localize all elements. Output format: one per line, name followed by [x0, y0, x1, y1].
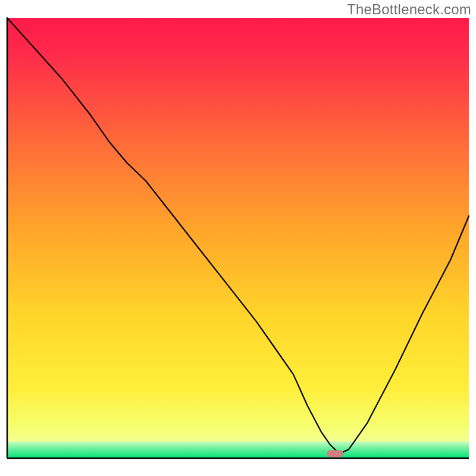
green-band: [7, 441, 469, 458]
plot-area: [7, 18, 469, 458]
watermark-text: TheBottleneck.com: [347, 1, 471, 18]
bottleneck-chart: [0, 0, 476, 476]
optimum-marker: [327, 450, 343, 458]
gradient-background: [7, 18, 469, 458]
chart-stage: TheBottleneck.com: [0, 0, 476, 476]
